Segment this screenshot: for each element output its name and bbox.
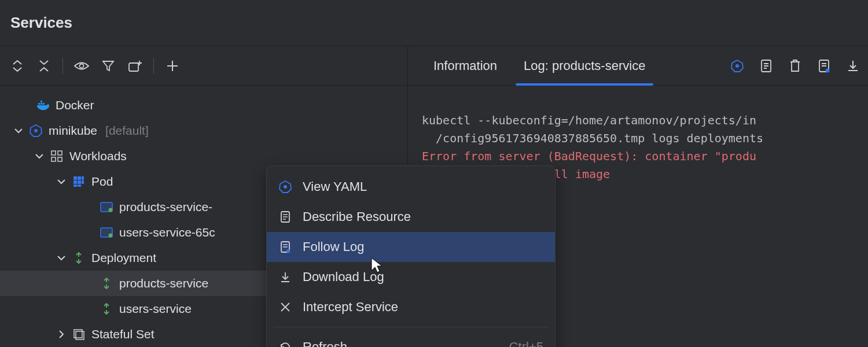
log-line: kubectl --kubeconfig=/home/artamonov/pro… [422,113,756,127]
tree-item-label: minikube [49,124,97,138]
tree-item-label: Docker [56,98,94,112]
menu-item-download-log[interactable]: Download Log [267,262,555,292]
tab-information[interactable]: Information [425,46,505,86]
tree-item-label: users-service-65c [119,226,215,239]
menu-shortcut: Ctrl+5 [509,339,543,347]
tree-item-label: users-service [119,302,192,316]
svg-rect-24 [74,330,82,338]
chevron-down-icon [35,153,44,159]
view-yaml-action[interactable] [728,57,746,75]
menu-item-intercept[interactable]: Intercept Service [267,292,555,322]
svg-rect-5 [41,101,42,102]
menu-item-label: Follow Log [303,239,364,254]
menu-separator [274,327,548,327]
chevron-down-icon [14,128,23,134]
pod-icon [72,175,86,189]
grid-icon [50,149,64,163]
menu-item-label: View YAML [303,179,367,194]
tree-item-label: Pod [91,175,113,189]
svg-rect-25 [76,331,84,339]
menu-item-label: Describe Resource [303,209,411,224]
download-action[interactable] [844,57,862,75]
log-line: /config9561736940837885650.tmp logs depl… [422,131,763,145]
panel-header: Services [0,0,868,46]
log-error-line: Error from server (BadRequest): containe… [422,149,756,163]
document-icon [278,211,292,223]
chevron-right-icon [57,330,66,338]
context-menu: View YAML Describe Resource Follow Log D… [266,165,556,347]
tree-item-docker[interactable]: Docker [0,93,407,118]
filter-button[interactable] [95,53,121,79]
tree-item-label: products-service [119,276,208,290]
open-new-tab-button[interactable] [122,53,148,79]
sidebar-toolbar [0,46,407,86]
show-button[interactable] [69,53,94,79]
tree-item-minikube[interactable]: minikube [default] [0,118,407,143]
follow-log-action[interactable] [815,57,833,75]
deployment-icon [100,276,113,290]
svg-rect-2 [38,103,40,105]
svg-rect-13 [78,176,81,180]
svg-rect-3 [41,103,42,105]
svg-rect-10 [52,157,56,161]
svg-rect-8 [52,151,56,155]
svg-point-23 [109,234,113,238]
chevron-down-icon [57,179,66,184]
menu-item-label: Refresh [303,339,347,347]
menu-item-refresh[interactable]: Refresh Ctrl+5 [267,332,555,347]
svg-point-27 [735,64,739,68]
tree-item-label: Workloads [69,149,127,163]
tree-item-label: Deployment [91,251,156,265]
svg-rect-17 [82,180,84,184]
describe-action[interactable] [757,57,775,75]
svg-rect-15 [73,180,77,184]
resource-icon [100,200,113,214]
collapse-all-button[interactable] [31,53,57,79]
menu-item-follow-log[interactable]: Follow Log [267,232,555,262]
resource-icon [100,226,113,239]
tabs-row: Information Log: products-service [408,46,868,86]
menu-item-describe[interactable]: Describe Resource [267,202,555,232]
panel-actions [728,57,868,75]
tree-item-label: Stateful Set [91,327,155,341]
menu-item-view-yaml[interactable]: View YAML [267,172,555,202]
statefulset-icon [72,327,86,341]
svg-point-0 [80,64,84,68]
svg-rect-1 [129,63,138,71]
kubernetes-icon [29,124,43,138]
kubernetes-icon [278,180,292,193]
svg-rect-9 [58,151,62,155]
toolbar-divider [153,58,154,74]
svg-rect-16 [78,180,81,184]
panel-title: Services [10,14,72,32]
svg-rect-4 [43,103,45,105]
menu-item-label: Download Log [303,270,384,285]
tab-log[interactable]: Log: products-service [516,46,653,86]
follow-log-icon [278,241,292,253]
svg-rect-19 [78,184,81,187]
deployment-icon [72,251,86,265]
svg-rect-12 [73,176,77,180]
toolbar-divider [62,58,63,74]
download-icon [278,271,292,283]
tree-item-sublabel: [default] [105,124,149,138]
menu-item-label: Intercept Service [303,300,398,315]
docker-icon [36,98,50,112]
svg-rect-11 [58,157,62,161]
refresh-icon [278,341,292,347]
delete-action[interactable] [786,57,804,75]
expand-all-button[interactable] [5,53,30,79]
deployment-icon [100,302,113,316]
intercept-icon [278,302,292,312]
svg-rect-18 [73,184,77,187]
add-button[interactable] [160,53,185,79]
chevron-down-icon [57,255,66,261]
svg-point-21 [109,208,113,212]
tree-item-label: products-service- [119,200,212,214]
svg-point-32 [284,185,287,189]
svg-rect-14 [82,176,84,180]
svg-point-35 [286,249,290,253]
svg-point-30 [826,68,830,72]
svg-point-7 [34,129,38,132]
